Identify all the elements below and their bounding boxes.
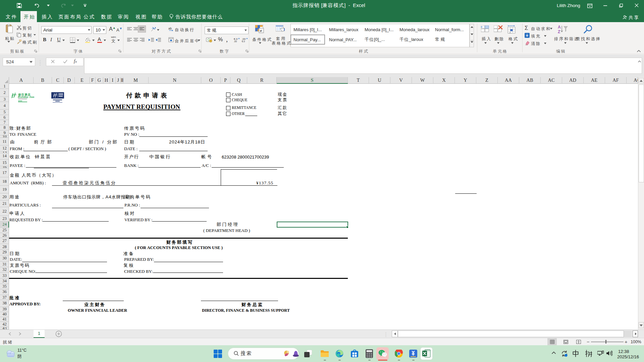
svg-text:Z: Z	[558, 29, 560, 34]
svg-text:A: A	[558, 25, 561, 29]
svg-text:.00: .00	[234, 40, 237, 43]
svg-text:€.0: €.0	[242, 40, 245, 43]
svg-text:≠: ≠	[260, 29, 262, 33]
svg-text:ab: ab	[168, 27, 172, 30]
